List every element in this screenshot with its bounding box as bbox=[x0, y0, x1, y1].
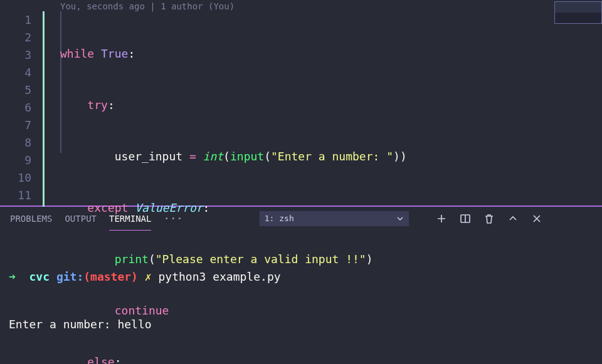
line-number: 11 bbox=[0, 187, 38, 204]
line-number: 1 bbox=[0, 11, 38, 29]
split-terminal-button[interactable] bbox=[460, 213, 471, 224]
code-line: try: bbox=[49, 96, 407, 114]
line-number: 10 bbox=[0, 169, 38, 187]
code-line: else: bbox=[49, 353, 407, 364]
close-panel-button[interactable] bbox=[531, 213, 542, 224]
new-terminal-button[interactable] bbox=[436, 213, 447, 224]
maximize-panel-button[interactable] bbox=[507, 213, 519, 224]
line-number: 9 bbox=[0, 152, 38, 169]
line-number-gutter: 1 2 3 4 5 6 7 8 9 10 11 bbox=[0, 11, 38, 204]
code-line: except ValueError: bbox=[49, 199, 407, 217]
kill-terminal-button[interactable] bbox=[483, 213, 495, 224]
code-line: continue bbox=[49, 302, 407, 320]
line-number: 8 bbox=[0, 134, 38, 152]
tab-terminal[interactable]: TERMINAL bbox=[109, 207, 151, 231]
diff-gutter-bar bbox=[43, 11, 45, 207]
tab-problems[interactable]: PROBLEMS bbox=[10, 207, 52, 231]
code-line: print("Please enter a valid input !!") bbox=[49, 251, 407, 268]
line-number: 3 bbox=[0, 46, 38, 64]
minimap[interactable] bbox=[554, 1, 602, 24]
line-number: 6 bbox=[0, 99, 38, 117]
code-content[interactable]: while True: try: user_input = int(input(… bbox=[49, 11, 407, 364]
line-number: 4 bbox=[0, 64, 38, 81]
line-number: 5 bbox=[0, 81, 38, 99]
panel-action-icons bbox=[436, 213, 542, 224]
code-line: while True: bbox=[49, 45, 407, 63]
code-editor[interactable]: You, seconds ago | 1 author (You) 1 2 3 … bbox=[0, 0, 602, 205]
line-number: 7 bbox=[0, 117, 38, 134]
line-number: 2 bbox=[0, 29, 38, 46]
code-line: user_input = int(input("Enter a number: … bbox=[49, 148, 407, 165]
